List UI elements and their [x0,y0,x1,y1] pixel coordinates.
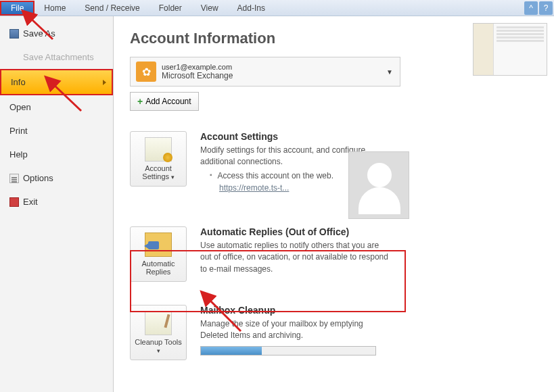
account-settings-button-label: Account Settings [142,164,174,180]
account-type: Microsoft Exchange [162,71,233,80]
tab-home[interactable]: Home [34,1,75,16]
tab-send-receive[interactable]: Send / Receive [75,1,149,16]
sidebar-exit[interactable]: Exit [0,190,113,214]
tab-addins[interactable]: Add-Ins [228,1,275,16]
sidebar-info-label: Info [11,77,26,87]
mailbox-usage-fill [201,347,262,355]
help-icon[interactable]: ? [539,1,553,15]
save-icon [9,29,19,39]
exit-icon [9,197,19,207]
main-panel: Account Information ✿ user1@example.com … [114,16,554,392]
exchange-logo-icon: ✿ [136,62,156,82]
sidebar-help-label: Help [9,149,28,160]
sidebar-help[interactable]: Help [0,143,113,166]
add-account-button[interactable]: + Add Account [130,92,199,111]
account-settings-button[interactable]: Account Settings [130,131,187,187]
contact-avatar-placeholder [348,151,409,219]
cleanup-icon [145,311,172,335]
ribbon-minimize-icon[interactable]: ^ [524,1,538,15]
backstage-sidebar: Save As Save Attachments Info Open Print… [0,16,114,392]
cleanup-tools-button-label: Cleanup Tools [135,338,182,354]
sidebar-save-attachments-label: Save Attachments [23,52,94,62]
account-text: user1@example.com Microsoft Exchange [162,63,233,80]
tab-folder[interactable]: Folder [149,1,191,16]
sidebar-open-label: Open [9,102,31,112]
ribbon-bar: File Home Send / Receive Folder View Add… [0,0,554,16]
tab-view[interactable]: View [191,1,228,16]
sidebar-exit-label: Exit [23,197,38,207]
cleanup-tools-button[interactable]: Cleanup Tools [130,305,187,360]
add-account-label: Add Account [145,97,191,106]
section-mailbox-cleanup: Cleanup Tools Mailbox Cleanup Manage the… [130,305,538,360]
tab-file[interactable]: File [0,1,34,16]
annotation-highlight-auto-replies [130,250,406,312]
attachment-icon [9,53,19,62]
account-email: user1@example.com [162,63,233,71]
sidebar-open[interactable]: Open [0,95,113,119]
mailbox-usage-bar [200,346,376,356]
print-preview-thumbnail [473,23,547,76]
sidebar-options[interactable]: Options [0,166,113,190]
ribbon-help-area: ^ ? [524,1,554,15]
settings-title: Account Settings [200,131,538,142]
sidebar-info[interactable]: Info [0,69,113,95]
sidebar-save-as[interactable]: Save As [0,22,113,45]
settings-icon [145,137,172,162]
section-account-settings: Account Settings Account Settings Modify… [130,131,538,193]
cleanup-desc: Manage the size of your mailbox by empty… [200,318,390,342]
sidebar-save-as-label: Save As [23,28,55,39]
sidebar-save-attachments: Save Attachments [0,45,113,69]
account-selector[interactable]: ✿ user1@example.com Microsoft Exchange ▼ [130,57,400,87]
sidebar-print[interactable]: Print [0,119,113,143]
plus-icon: + [137,96,143,107]
sidebar-options-label: Options [23,173,53,183]
options-icon [9,174,19,183]
sidebar-print-label: Print [9,126,28,136]
auto-replies-title: Automatic Replies (Out of Office) [200,226,538,237]
account-dropdown-icon[interactable]: ▼ [386,68,393,76]
